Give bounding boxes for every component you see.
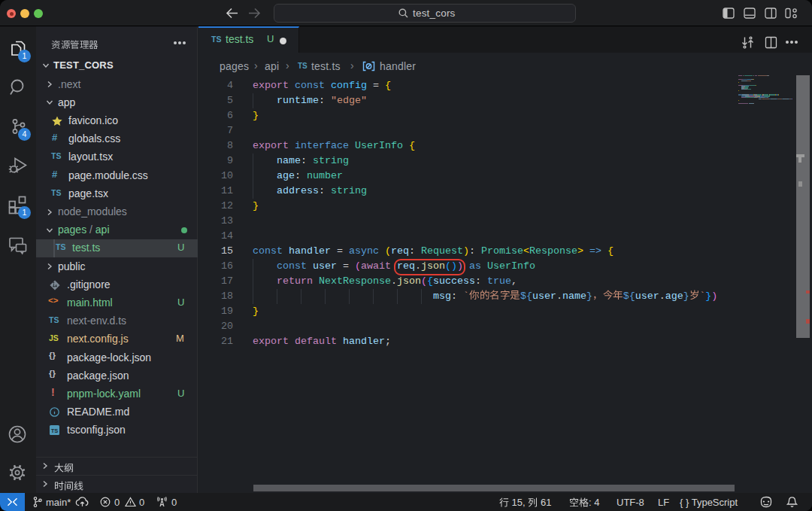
svg-text:TS: TS: [51, 427, 59, 434]
